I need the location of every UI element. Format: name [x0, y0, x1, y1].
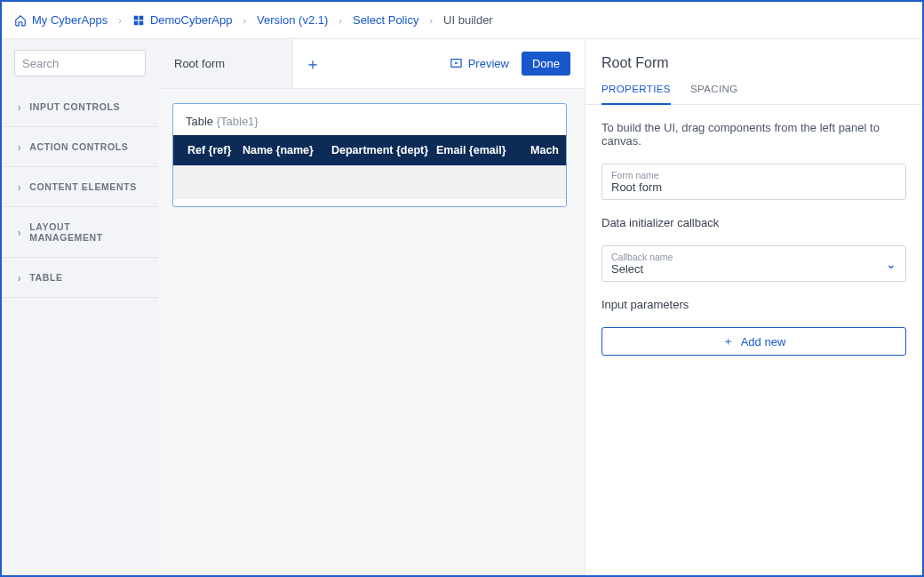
- panel-title: Root Form: [585, 39, 922, 84]
- chevron-right-icon: ›: [18, 140, 20, 153]
- table-component-card[interactable]: Table {Table1} Ref {ref} Name {name} Dep…: [172, 103, 567, 207]
- canvas-area: Root form ＋ Preview Done Table {Table1} …: [158, 39, 585, 575]
- chevron-right-icon: ›: [18, 226, 20, 238]
- form-name-field[interactable]: Form name Root form: [601, 164, 906, 200]
- palette-group-input-controls[interactable]: ›INPUT CONTROLS: [2, 87, 158, 127]
- callback-label: Callback name: [611, 252, 896, 262]
- breadcrumb-app[interactable]: DemoCyberApp: [132, 13, 233, 27]
- chevron-right-icon: ›: [118, 15, 122, 26]
- table-card-title: Table {Table1}: [173, 104, 566, 135]
- table-col-machine[interactable]: Mach: [509, 144, 566, 156]
- table-col-ref[interactable]: Ref {ref}: [173, 144, 235, 156]
- properties-panel: Root Form PROPERTIES SPACING To build th…: [585, 39, 922, 575]
- breadcrumb: My CyberApps › DemoCyberApp › Version (v…: [2, 2, 922, 39]
- search-input-wrap[interactable]: [14, 50, 146, 76]
- done-button[interactable]: Done: [522, 52, 570, 76]
- add-form-tab-button[interactable]: ＋: [293, 39, 332, 88]
- svg-rect-2: [134, 20, 139, 25]
- table-col-email[interactable]: Email {email}: [429, 144, 509, 156]
- breadcrumb-home[interactable]: My CyberApps: [14, 13, 108, 27]
- preview-button[interactable]: Preview: [450, 57, 509, 70]
- plus-icon: ＋: [722, 333, 734, 349]
- breadcrumb-app-label: DemoCyberApp: [150, 13, 233, 27]
- preview-icon: [450, 57, 463, 70]
- chevron-right-icon: ›: [18, 100, 20, 113]
- chevron-right-icon: ›: [429, 15, 433, 26]
- component-palette: ›INPUT CONTROLS ›ACTION CONTROLS ›CONTEN…: [2, 39, 158, 575]
- table-header-row: Ref {ref} Name {name} Department {dept} …: [173, 135, 566, 165]
- panel-hint: To build the UI, drag components from th…: [601, 121, 906, 148]
- form-name-value: Root form: [611, 180, 896, 194]
- svg-rect-0: [134, 15, 139, 20]
- apps-icon: [132, 14, 145, 27]
- table-col-department[interactable]: Department {dept}: [324, 144, 429, 156]
- plus-icon: ＋: [305, 53, 321, 75]
- chevron-right-icon: ›: [339, 15, 342, 26]
- chevron-down-icon: ⌄: [886, 257, 896, 271]
- svg-rect-1: [139, 15, 144, 20]
- callback-section-label: Data initializer callback: [601, 216, 906, 229]
- svg-rect-3: [139, 20, 144, 25]
- chevron-right-icon: ›: [18, 180, 20, 193]
- add-new-button[interactable]: ＋ Add new: [601, 327, 906, 356]
- home-icon: [14, 14, 27, 27]
- form-tab-root[interactable]: Root form: [158, 39, 293, 88]
- palette-group-layout-management[interactable]: ›LAYOUT MANAGEMENT: [2, 207, 158, 258]
- svg-marker-7: [455, 62, 458, 65]
- palette-group-action-controls[interactable]: ›ACTION CONTROLS: [2, 127, 158, 167]
- breadcrumb-home-label: My CyberApps: [32, 13, 108, 27]
- add-new-label: Add new: [741, 335, 786, 349]
- chevron-right-icon: ›: [18, 271, 20, 284]
- breadcrumb-version[interactable]: Version (v2.1): [257, 13, 328, 27]
- tab-spacing[interactable]: SPACING: [690, 84, 738, 104]
- form-name-label: Form name: [611, 170, 896, 180]
- input-params-label: Input parameters: [601, 298, 906, 311]
- callback-value: Select: [611, 262, 896, 276]
- tab-properties[interactable]: PROPERTIES: [601, 84, 671, 105]
- chevron-right-icon: ›: [243, 15, 246, 26]
- palette-group-table[interactable]: ›TABLE: [2, 258, 158, 298]
- preview-label: Preview: [468, 57, 509, 70]
- table-empty-body: [173, 165, 566, 199]
- breadcrumb-current: UI builder: [443, 13, 493, 27]
- table-col-name[interactable]: Name {name}: [235, 144, 324, 156]
- palette-group-content-elements[interactable]: ›CONTENT ELEMENTS: [2, 167, 158, 207]
- callback-select[interactable]: Callback name Select ⌄: [601, 245, 906, 282]
- search-input[interactable]: [22, 57, 171, 70]
- breadcrumb-policy[interactable]: Select Policy: [353, 13, 418, 27]
